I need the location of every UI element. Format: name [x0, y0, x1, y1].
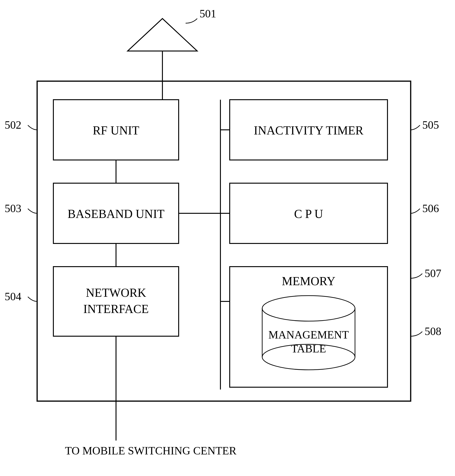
memory-label: MEMORY: [282, 275, 335, 288]
diagram-container: 501 RF UNIT 502 BASEBAND UNIT 503 NETWOR…: [0, 0, 455, 476]
label-508: 508: [425, 325, 441, 337]
network-interface-label-line1: NETWORK: [86, 286, 146, 299]
inactivity-timer-label: INACTIVITY TIMER: [254, 124, 364, 137]
label-503: 503: [5, 202, 21, 214]
network-interface-label-line2: INTERFACE: [83, 302, 149, 316]
label-507: 507: [425, 267, 441, 279]
management-table-label-line2: TABLE: [291, 342, 326, 355]
bottom-label: TO MOBILE SWITCHING CENTER: [65, 444, 236, 457]
db-top-ellipse: [262, 296, 355, 321]
baseband-unit-label: BASEBAND UNIT: [67, 207, 164, 221]
cpu-label: C P U: [294, 207, 323, 221]
network-interface-box: [53, 267, 179, 336]
management-table-label-line1: MANAGEMENT: [268, 329, 349, 341]
label-502: 502: [5, 119, 21, 131]
label-506: 506: [422, 202, 439, 214]
label-504: 504: [5, 290, 21, 302]
rf-unit-label: RF UNIT: [93, 124, 139, 137]
label-501: 501: [200, 8, 216, 20]
label-505: 505: [422, 119, 439, 131]
